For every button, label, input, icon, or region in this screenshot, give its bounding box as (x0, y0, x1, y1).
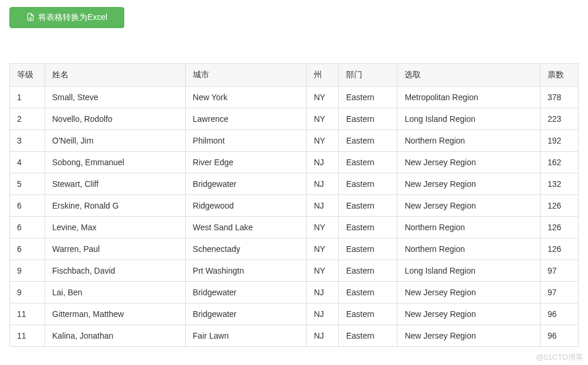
table-row: 11Gitterman, MatthewBridgewaterNJEastern… (10, 303, 579, 325)
cell-name: Levine, Max (45, 217, 186, 238)
cell-dept: Eastern (339, 173, 397, 195)
excel-file-icon (26, 13, 35, 22)
cell-votes: 96 (541, 325, 579, 347)
cell-state: NY (307, 108, 339, 130)
cell-dept: Eastern (339, 195, 397, 217)
cell-city: Fair Lawn (185, 325, 307, 347)
cell-dept: Eastern (339, 108, 397, 130)
cell-dept: Eastern (339, 325, 397, 347)
cell-region: Metropolitan Region (397, 87, 541, 108)
cell-name: Sobong, Emmanuel (45, 152, 186, 173)
cell-city: Ridgewood (185, 195, 307, 217)
table-row: 3O'Neill, JimPhilmontNYEasternNorthern R… (10, 130, 579, 152)
cell-dept: Eastern (339, 303, 397, 325)
cell-rank: 3 (10, 130, 45, 152)
cell-city: River Edge (185, 152, 307, 173)
cell-city: Lawrence (185, 108, 307, 130)
cell-region: Northern Region (397, 238, 541, 260)
cell-state: NJ (307, 325, 339, 347)
table-row: 4Sobong, EmmanuelRiver EdgeNJEasternNew … (10, 152, 579, 173)
cell-name: Lai, Ben (45, 282, 186, 303)
cell-dept: Eastern (339, 152, 397, 173)
cell-city: Bridgewater (185, 303, 307, 325)
table-row: 11Kalina, JonathanFair LawnNJEasternNew … (10, 325, 579, 347)
data-table: 等级 姓名 城市 州 部门 选取 票数 1Small, SteveNew Yor… (9, 63, 579, 347)
table-row: 6Warren, PaulSchenectadyNYEasternNorther… (10, 238, 579, 260)
table-row: 9Fischbach, DavidPrt WashingtnNYEasternL… (10, 260, 579, 282)
table-row: 2Novello, RodolfoLawrenceNYEasternLong I… (10, 108, 579, 130)
cell-city: Schenectady (185, 238, 307, 260)
cell-name: Warren, Paul (45, 238, 186, 260)
cell-rank: 5 (10, 173, 45, 195)
table-row: 5Stewart, CliffBridgewaterNJEasternNew J… (10, 173, 579, 195)
cell-name: Erskine, Ronald G (45, 195, 186, 217)
cell-rank: 9 (10, 260, 45, 282)
cell-region: Northern Region (397, 130, 541, 152)
cell-rank: 11 (10, 303, 45, 325)
cell-state: NJ (307, 195, 339, 217)
cell-region: New Jersey Region (397, 173, 541, 195)
cell-city: Bridgewater (185, 282, 307, 303)
cell-city: Bridgewater (185, 173, 307, 195)
cell-votes: 97 (541, 260, 579, 282)
cell-rank: 9 (10, 282, 45, 303)
cell-rank: 1 (10, 87, 45, 108)
cell-rank: 2 (10, 108, 45, 130)
cell-state: NJ (307, 173, 339, 195)
header-votes: 票数 (541, 64, 579, 87)
cell-state: NJ (307, 282, 339, 303)
export-button-label: 将表格转换为Excel (38, 12, 107, 23)
cell-name: Fischbach, David (45, 260, 186, 282)
cell-region: Long Island Region (397, 260, 541, 282)
cell-name: Novello, Rodolfo (45, 108, 186, 130)
cell-votes: 96 (541, 303, 579, 325)
header-rank: 等级 (10, 64, 45, 87)
cell-votes: 223 (541, 108, 579, 130)
export-to-excel-button[interactable]: 将表格转换为Excel (9, 7, 124, 28)
cell-rank: 6 (10, 238, 45, 260)
header-row: 等级 姓名 城市 州 部门 选取 票数 (10, 64, 579, 87)
table-body: 1Small, SteveNew YorkNYEasternMetropolit… (10, 87, 579, 347)
cell-votes: 97 (541, 282, 579, 303)
cell-votes: 126 (541, 195, 579, 217)
cell-name: Gitterman, Matthew (45, 303, 186, 325)
header-region: 选取 (397, 64, 541, 87)
cell-name: Small, Steve (45, 87, 186, 108)
cell-dept: Eastern (339, 217, 397, 238)
cell-city: Philmont (185, 130, 307, 152)
cell-votes: 162 (541, 152, 579, 173)
cell-city: Prt Washingtn (185, 260, 307, 282)
cell-votes: 378 (541, 87, 579, 108)
table-row: 6Erskine, Ronald GRidgewoodNJEasternNew … (10, 195, 579, 217)
cell-votes: 126 (541, 217, 579, 238)
cell-state: NJ (307, 303, 339, 325)
cell-rank: 6 (10, 217, 45, 238)
cell-state: NY (307, 217, 339, 238)
table-row: 9Lai, BenBridgewaterNJEasternNew Jersey … (10, 282, 579, 303)
cell-votes: 132 (541, 173, 579, 195)
cell-name: Stewart, Cliff (45, 173, 186, 195)
cell-state: NY (307, 260, 339, 282)
header-state: 州 (307, 64, 339, 87)
cell-dept: Eastern (339, 238, 397, 260)
cell-region: New Jersey Region (397, 152, 541, 173)
header-dept: 部门 (339, 64, 397, 87)
cell-state: NY (307, 130, 339, 152)
cell-city: New York (185, 87, 307, 108)
cell-region: New Jersey Region (397, 282, 541, 303)
cell-region: Northern Region (397, 217, 541, 238)
cell-region: New Jersey Region (397, 325, 541, 347)
header-name: 姓名 (45, 64, 186, 87)
cell-region: New Jersey Region (397, 303, 541, 325)
cell-state: NY (307, 238, 339, 260)
table-row: 6Levine, MaxWest Sand LakeNYEasternNorth… (10, 217, 579, 238)
cell-city: West Sand Lake (185, 217, 307, 238)
cell-region: Long Island Region (397, 108, 541, 130)
cell-dept: Eastern (339, 87, 397, 108)
cell-votes: 192 (541, 130, 579, 152)
cell-state: NJ (307, 152, 339, 173)
table-row: 1Small, SteveNew YorkNYEasternMetropolit… (10, 87, 579, 108)
cell-rank: 6 (10, 195, 45, 217)
cell-rank: 4 (10, 152, 45, 173)
cell-state: NY (307, 87, 339, 108)
